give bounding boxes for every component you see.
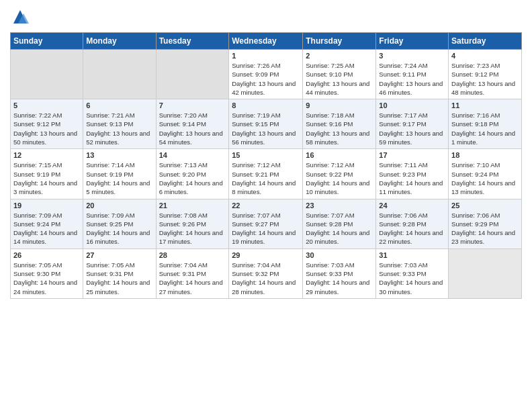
calendar-cell-day-18: 18Sunrise: 7:10 AMSunset: 9:24 PMDayligh… [449,149,522,199]
calendar-cell-day-5: 5Sunrise: 7:22 AMSunset: 9:12 PMDaylight… [11,99,83,149]
sunset-label: Sunset: 9:33 PM [379,270,426,277]
day-info: Sunrise: 7:07 AMSunset: 9:27 PMDaylight:… [232,211,300,246]
sunrise-label: Sunrise: 7:04 AM [159,261,208,269]
calendar-header-saturday: Saturday [449,33,522,50]
sunrise-label: Sunrise: 7:10 AM [451,161,500,169]
daylight-label: Daylight: 14 hours and 13 minutes. [451,179,515,195]
day-number: 19 [13,201,80,210]
daylight-label: Daylight: 14 hours and 11 minutes. [379,179,443,195]
sunrise-label: Sunrise: 7:26 AM [232,62,280,69]
day-number: 25 [451,201,519,210]
header [10,7,522,27]
sunset-label: Sunset: 9:22 PM [306,171,353,178]
day-info: Sunrise: 7:05 AMSunset: 9:30 PMDaylight:… [13,261,80,296]
calendar-cell-day-19: 19Sunrise: 7:09 AMSunset: 9:24 PMDayligh… [11,199,83,248]
day-number: 8 [232,101,300,109]
sunrise-label: Sunrise: 7:08 AM [159,212,208,219]
daylight-label: Daylight: 13 hours and 48 minutes. [451,80,515,96]
sunrise-label: Sunrise: 7:23 AM [451,62,500,69]
daylight-label: Daylight: 14 hours and 25 minutes. [86,279,150,295]
daylight-label: Daylight: 13 hours and 56 minutes. [232,130,296,146]
sunrise-label: Sunrise: 7:07 AM [306,212,354,219]
day-number: 30 [306,251,373,259]
daylight-label: Daylight: 13 hours and 52 minutes. [86,130,150,146]
day-number: 24 [379,201,445,210]
sunrise-label: Sunrise: 7:12 AM [232,161,280,169]
sunrise-label: Sunrise: 7:22 AM [13,111,62,119]
sunset-label: Sunset: 9:25 PM [86,220,133,228]
sunset-label: Sunset: 9:19 PM [13,171,60,178]
calendar-header-tuesday: Tuesday [156,33,229,50]
day-info: Sunrise: 7:12 AMSunset: 9:21 PMDaylight:… [232,161,300,196]
calendar-cell-day-17: 17Sunrise: 7:11 AMSunset: 9:23 PMDayligh… [376,149,449,199]
sunset-label: Sunset: 9:16 PM [306,120,353,128]
calendar-cell-day-6: 6Sunrise: 7:21 AMSunset: 9:13 PMDaylight… [83,99,156,149]
sunset-label: Sunset: 9:29 PM [451,220,498,228]
sunset-label: Sunset: 9:32 PM [232,270,279,277]
day-number: 15 [232,151,300,159]
sunset-label: Sunset: 9:11 PM [379,71,426,78]
daylight-label: Daylight: 14 hours and 20 minutes. [306,229,369,245]
sunrise-label: Sunrise: 7:05 AM [86,261,134,269]
day-number: 3 [379,52,445,60]
calendar-cell-empty [449,248,522,298]
calendar-cell-day-20: 20Sunrise: 7:09 AMSunset: 9:25 PMDayligh… [83,199,156,248]
day-number: 7 [159,101,226,109]
calendar-cell-day-7: 7Sunrise: 7:20 AMSunset: 9:14 PMDaylight… [156,99,229,149]
calendar-cell-day-13: 13Sunrise: 7:14 AMSunset: 9:19 PMDayligh… [83,149,156,199]
logo [10,7,30,27]
daylight-label: Daylight: 14 hours and 27 minutes. [159,279,223,295]
day-number: 6 [86,101,152,109]
day-info: Sunrise: 7:18 AMSunset: 9:16 PMDaylight:… [306,111,373,146]
calendar-cell-day-21: 21Sunrise: 7:08 AMSunset: 9:26 PMDayligh… [156,199,229,248]
day-info: Sunrise: 7:04 AMSunset: 9:32 PMDaylight:… [232,261,300,296]
sunrise-label: Sunrise: 7:15 AM [13,161,62,169]
sunrise-label: Sunrise: 7:17 AM [379,111,427,119]
sunrise-label: Sunrise: 7:14 AM [86,161,134,169]
calendar-cell-day-30: 30Sunrise: 7:03 AMSunset: 9:33 PMDayligh… [303,248,376,298]
day-number: 16 [306,151,373,159]
sunset-label: Sunset: 9:31 PM [159,270,206,277]
daylight-label: Daylight: 14 hours and 16 minutes. [86,229,150,245]
calendar-cell-day-14: 14Sunrise: 7:13 AMSunset: 9:20 PMDayligh… [156,149,229,199]
sunset-label: Sunset: 9:24 PM [13,220,60,228]
sunrise-label: Sunrise: 7:06 AM [451,212,500,219]
sunrise-label: Sunrise: 7:07 AM [232,212,280,219]
calendar-cell-day-10: 10Sunrise: 7:17 AMSunset: 9:17 PMDayligh… [376,99,449,149]
calendar-cell-empty [156,50,229,99]
sunset-label: Sunset: 9:21 PM [232,171,279,178]
sunset-label: Sunset: 9:28 PM [379,220,426,228]
day-info: Sunrise: 7:03 AMSunset: 9:33 PMDaylight:… [379,261,445,296]
day-number: 18 [451,151,519,159]
day-info: Sunrise: 7:21 AMSunset: 9:13 PMDaylight:… [86,111,152,146]
sunrise-label: Sunrise: 7:21 AM [86,111,134,119]
day-info: Sunrise: 7:09 AMSunset: 9:24 PMDaylight:… [13,211,80,246]
calendar-week-row: 26Sunrise: 7:05 AMSunset: 9:30 PMDayligh… [11,248,522,298]
calendar-cell-empty [83,50,156,99]
daylight-label: Daylight: 14 hours and 28 minutes. [232,279,296,295]
daylight-label: Daylight: 13 hours and 59 minutes. [379,130,443,146]
daylight-label: Daylight: 14 hours and 14 minutes. [13,229,77,245]
daylight-label: Daylight: 13 hours and 44 minutes. [306,80,369,96]
sunrise-label: Sunrise: 7:24 AM [379,62,427,69]
sunrise-label: Sunrise: 7:05 AM [13,261,62,269]
day-number: 29 [232,251,300,259]
sunset-label: Sunset: 9:14 PM [159,120,206,128]
sunrise-label: Sunrise: 7:16 AM [451,111,500,119]
sunset-label: Sunset: 9:17 PM [379,120,426,128]
daylight-label: Daylight: 13 hours and 42 minutes. [232,80,296,96]
day-info: Sunrise: 7:14 AMSunset: 9:19 PMDaylight:… [86,161,152,196]
calendar-cell-day-31: 31Sunrise: 7:03 AMSunset: 9:33 PMDayligh… [376,248,449,298]
day-info: Sunrise: 7:22 AMSunset: 9:12 PMDaylight:… [13,111,80,146]
sunset-label: Sunset: 9:31 PM [86,270,133,277]
day-number: 12 [13,151,80,159]
day-info: Sunrise: 7:25 AMSunset: 9:10 PMDaylight:… [306,61,373,97]
calendar-cell-day-11: 11Sunrise: 7:16 AMSunset: 9:18 PMDayligh… [449,99,522,149]
sunset-label: Sunset: 9:13 PM [86,120,133,128]
day-info: Sunrise: 7:26 AMSunset: 9:09 PMDaylight:… [232,61,300,97]
day-info: Sunrise: 7:15 AMSunset: 9:19 PMDaylight:… [13,161,80,196]
calendar-cell-day-4: 4Sunrise: 7:23 AMSunset: 9:12 PMDaylight… [449,50,522,99]
day-info: Sunrise: 7:08 AMSunset: 9:26 PMDaylight:… [159,211,226,246]
calendar-week-row: 12Sunrise: 7:15 AMSunset: 9:19 PMDayligh… [11,149,522,199]
daylight-label: Daylight: 13 hours and 54 minutes. [159,130,223,146]
